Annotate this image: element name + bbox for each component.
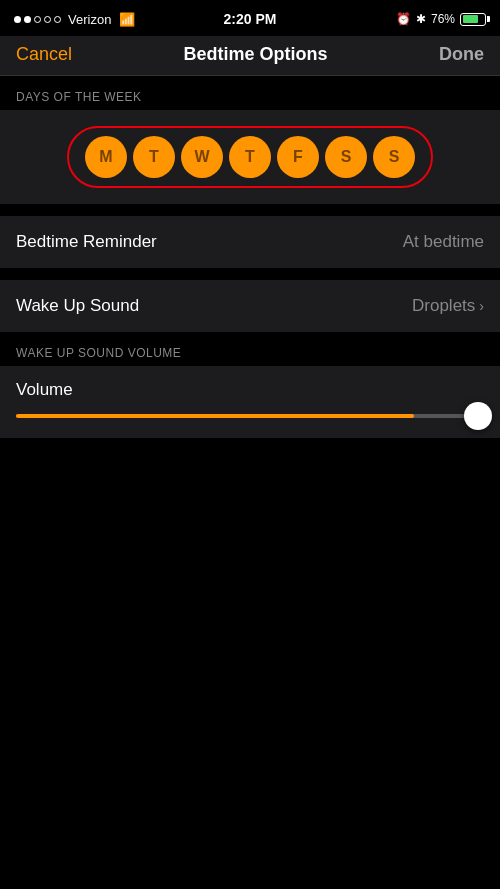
bedtime-reminder-group: Bedtime Reminder At bedtime — [0, 216, 500, 268]
day-fri[interactable]: F — [277, 136, 319, 178]
wake-up-sound-group: Wake Up Sound Droplets › — [0, 280, 500, 332]
volume-slider-container[interactable] — [16, 414, 484, 418]
day-mon[interactable]: M — [85, 136, 127, 178]
days-container: MTWTFSS — [67, 126, 433, 188]
days-section-label: DAYS OF THE WEEK — [0, 76, 500, 110]
status-right: ⏰ ✱ 76% — [396, 12, 486, 26]
signal-dot-4 — [44, 16, 51, 23]
cancel-button[interactable]: Cancel — [16, 44, 72, 65]
volume-section-label: WAKE UP SOUND VOLUME — [0, 332, 500, 366]
bluetooth-icon: ✱ — [416, 12, 426, 26]
volume-slider-track — [16, 414, 484, 418]
bedtime-reminder-value: At bedtime — [403, 232, 484, 252]
alarm-icon: ⏰ — [396, 12, 411, 26]
page-title: Bedtime Options — [184, 44, 328, 65]
signal-dot-5 — [54, 16, 61, 23]
day-sat[interactable]: S — [325, 136, 367, 178]
volume-section-bg: WAKE UP SOUND VOLUME Volume — [0, 332, 500, 438]
volume-slider-fill — [16, 414, 414, 418]
days-section: MTWTFSS — [0, 110, 500, 204]
wifi-icon: 📶 — [119, 12, 135, 27]
battery-percent: 76% — [431, 12, 455, 26]
battery-fill — [463, 15, 479, 23]
chevron-right-icon: › — [479, 298, 484, 314]
signal-dots — [14, 16, 61, 23]
volume-label: Volume — [16, 380, 484, 400]
wake-up-sound-value-text: Droplets — [412, 296, 475, 316]
signal-dot-3 — [34, 16, 41, 23]
bedtime-reminder-label: Bedtime Reminder — [16, 232, 157, 252]
status-bar: Verizon 📶 2:20 PM ⏰ ✱ 76% — [0, 0, 500, 36]
signal-dot-1 — [14, 16, 21, 23]
carrier-label: Verizon — [68, 12, 111, 27]
status-time: 2:20 PM — [224, 11, 277, 27]
day-wed[interactable]: W — [181, 136, 223, 178]
battery-icon — [460, 13, 486, 26]
status-left: Verizon 📶 — [14, 12, 135, 27]
wake-up-sound-row[interactable]: Wake Up Sound Droplets › — [0, 280, 500, 332]
signal-dot-2 — [24, 16, 31, 23]
wake-up-sound-label: Wake Up Sound — [16, 296, 139, 316]
nav-bar: Cancel Bedtime Options Done — [0, 36, 500, 76]
volume-slider-thumb[interactable] — [464, 402, 492, 430]
day-thu[interactable]: T — [229, 136, 271, 178]
wake-up-sound-value: Droplets › — [412, 296, 484, 316]
day-tue[interactable]: T — [133, 136, 175, 178]
bedtime-reminder-row[interactable]: Bedtime Reminder At bedtime — [0, 216, 500, 268]
done-button[interactable]: Done — [439, 44, 484, 65]
volume-section: Volume — [0, 366, 500, 438]
day-sun[interactable]: S — [373, 136, 415, 178]
